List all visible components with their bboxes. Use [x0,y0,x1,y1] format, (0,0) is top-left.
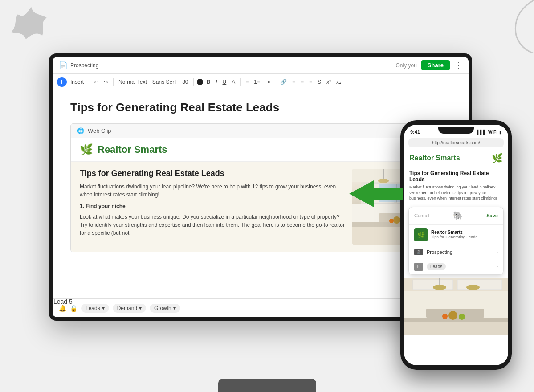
phone-url: http://realtorsmarts.com/ [432,140,480,145]
svg-point-25 [448,311,457,320]
web-clip-text-area: Tips for Generating Real Estate Leads Ma… [80,169,345,245]
doc-header: 📄 Prospecting Only you Share ⋮ [53,57,469,74]
site-logo-icon: 🌿 [80,143,93,156]
indent-button[interactable]: ⇥ [264,78,272,86]
ordered-list-button[interactable]: 1≡ [252,78,262,86]
demand-tag-label: Demand [117,305,137,311]
doc-main-title: Tips for Generating Real Estate Leads [70,101,451,114]
leads-tag[interactable]: Leads ▾ [81,304,109,313]
phone-url-bar[interactable]: http://realtorsmarts.com/ [408,138,504,147]
phone-tag-row[interactable]: 🏷 Leads › [409,259,503,274]
phone-save-dialog: Cancel 🐘 Save 🌿 Realtor Smarts Tips for … [408,207,504,275]
text-style-button[interactable]: Normal Text [117,78,149,86]
phone-notch [438,127,474,134]
web-clip-label: Web Clip [88,127,111,134]
align-center-button[interactable]: ≡ [299,78,306,86]
strikethrough-button[interactable]: S [316,78,323,86]
bell-icon[interactable]: 🔔 [59,305,66,312]
phone-article-section: Tips for Generating Real Estate Leads Ma… [404,167,508,204]
phone-dialog-top: Cancel 🐘 Save [409,207,503,225]
svg-point-27 [442,314,448,319]
undo-button[interactable]: ↩ [92,78,100,86]
phone-notebook-label: Prospecting [427,249,452,255]
green-arrow [349,178,403,209]
list-button[interactable]: ≡ [244,78,250,86]
link-button[interactable]: 🔗 [278,78,289,86]
site-name: Realtor Smarts [98,144,167,155]
phone-cancel-button[interactable]: Cancel [414,213,429,218]
svg-point-10 [393,216,400,224]
insert-button[interactable]: + [57,77,67,87]
phone-site-name: Realtor Smarts [409,154,460,162]
phone-save-button[interactable]: Save [486,213,498,218]
share-button[interactable]: Share [421,60,450,70]
web-clip-numbered-item: 1. Find your niche [80,203,345,209]
size-button[interactable]: 30 [180,78,190,86]
demand-chevron: ▾ [139,305,142,311]
phone-dialog-subtitle: Tips for Generating Leads [431,235,498,239]
signal-icon: ▌▌▌ [477,130,486,135]
phone-tag-pill: Leads [427,263,446,270]
doc-file-icon: 📄 [59,61,68,69]
svg-point-31 [466,285,480,290]
bg-star-decoration [4,4,58,58]
phone-status-icons: ▌▌▌ WiFi ▮ [477,130,502,135]
bg-curve-right [498,0,534,53]
superscript-button[interactable]: x² [325,78,333,86]
growth-tag[interactable]: Growth ▾ [150,304,180,313]
redo-button[interactable]: ↪ [102,78,110,86]
phone-screen: 9:41 ▌▌▌ WiFi ▮ http://realtorsmarts.com… [404,125,508,365]
web-clip-para1: Market fluctuations dwindling your lead … [80,183,345,199]
phone-site-icon: 🌿 [492,153,503,163]
doc-header-right: Only you Share ⋮ [396,60,463,70]
demand-tag[interactable]: Demand ▾ [113,304,146,313]
align-left-button[interactable]: ≡ [290,78,297,86]
subscript-button[interactable]: x₂ [334,78,343,86]
wifi-icon: WiFi [488,130,497,135]
underline-button[interactable]: U [221,78,228,86]
svg-point-29 [433,285,446,290]
phone-frame: 9:41 ▌▌▌ WiFi ▮ http://realtorsmarts.com… [400,120,512,370]
phone-article-title: Tips for Generating Real Estate Leads [404,167,508,184]
phone-notebook-chevron: › [497,249,498,254]
font-color-button[interactable]: A [230,78,237,86]
growth-chevron: ▾ [173,305,176,311]
phone-notebook-icon: 📓 [414,249,423,255]
phone-notebook-row[interactable]: 📓 Prospecting › [409,245,503,259]
color-dot [197,79,203,85]
phone-dialog-site: Realtor Smarts [431,230,498,235]
phone-article-meta: Realtor Smarts Tips for Generating Leads [431,230,498,239]
phone-kitchen-image [404,278,508,335]
web-clip-para2: Look at what makes your business unique.… [80,213,345,237]
italic-button[interactable]: I [214,78,219,86]
toolbar-separator-5 [275,78,275,86]
doc-header-left: 📄 Prospecting [59,61,98,69]
phone-tag-icon: 🏷 [414,263,423,271]
lock-icon[interactable]: 🔒 [70,305,77,312]
leads-tag-label: Leads [86,305,100,311]
svg-rect-23 [404,322,508,335]
svg-point-12 [389,219,394,223]
growth-tag-label: Growth [154,305,171,311]
web-clip-content-title: Tips for Generating Real Estate Leads [80,169,345,178]
insert-label-button[interactable]: Insert [69,78,86,86]
more-button[interactable]: ⋮ [454,61,462,70]
toolbar-separator-1 [89,78,89,86]
phone-site-header: Realtor Smarts 🌿 [404,149,508,167]
toolbar-separator-3 [193,78,194,86]
phone-tag-chevron: › [497,264,498,269]
svg-rect-21 [457,280,502,290]
phone-time: 9:41 [410,129,420,135]
bold-button[interactable]: B [205,78,212,86]
align-right-button[interactable]: ≡ [307,78,314,86]
phone-article-thumb: 🌿 [414,228,428,241]
phone-article-body: Market fluctuations dwindling your lead … [404,184,508,204]
web-clip-header: 🌐 Web Clip [71,124,450,138]
phone-notebook-left: 📓 Prospecting [414,249,452,255]
phone-evernote-logo: 🐘 [453,211,463,220]
toolbar: + Insert ↩ ↪ Normal Text Sans Serif 30 B… [53,74,469,90]
font-button[interactable]: Sans Serif [151,78,179,86]
phone-tag-left: 🏷 Leads [414,263,446,271]
svg-rect-20 [413,280,453,290]
toolbar-separator-4 [240,78,241,86]
